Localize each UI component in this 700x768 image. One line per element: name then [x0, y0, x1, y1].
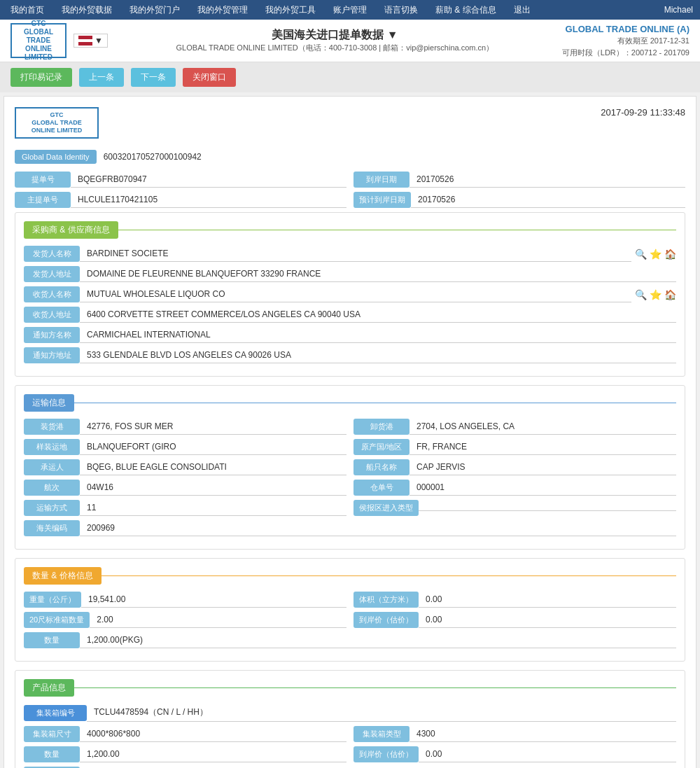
product-qty-row: 数量 1,200.00 到岸价（估价） 0.00 — [24, 746, 676, 762]
loading-place-label: 样装运地 — [24, 439, 80, 455]
nav-data[interactable]: 我的外贸载据 — [58, 4, 115, 16]
account-info: GLOBAL TRADE ONLINE (A) 有效期至 2017-12-31 … — [562, 24, 690, 58]
quantity-section-line — [102, 575, 676, 576]
top-toolbar: 打印易记录 上一条 下一条 关闭窗口 — [0, 62, 700, 92]
loading-place-value: BLANQUEFORT (GIRO — [80, 439, 346, 455]
close-button-top[interactable]: 关闭窗口 — [183, 68, 236, 87]
master-bill-col: 主提单号 HLCULE1170421105 — [15, 192, 346, 208]
product-section: 产品信息 集装箱编号 TCLU4478594（CN / L / HH） 集装箱尺… — [15, 670, 685, 768]
discharge-port-col: 卸货港 2704, LOS ANGELES, CA — [354, 419, 676, 435]
weight-col: 重量（公斤） 19,541.00 — [24, 592, 346, 608]
voyage-col: 航次 04W16 — [24, 480, 346, 496]
nav-language[interactable]: 语言切换 — [381, 4, 421, 16]
transport-mode-value: 11 — [80, 500, 346, 516]
nav-tools[interactable]: 我的外贸工具 — [262, 4, 319, 16]
discharge-port-value: 2704, LOS ANGELES, CA — [410, 419, 676, 435]
container-size-row: 集装箱尺寸 4000*806*800 集装箱类型 4300 — [24, 726, 676, 742]
container-20-col: 20尺标准箱数量 2.00 — [24, 612, 346, 628]
doc-logo: GTCGLOBAL TRADEONLINE LIMITED — [15, 107, 99, 139]
container-no-row: 集装箱编号 TCLU4478594（CN / L / HH） — [24, 704, 676, 722]
qty-label: 数量 — [24, 632, 80, 648]
arrival-price-label: 到岸价（估价） — [354, 612, 419, 628]
bill-no-col: 提单号 BQEGFRB070947 — [15, 172, 346, 188]
loading-place-col: 样装运地 BLANQUEFORT (GIRO — [24, 439, 346, 455]
carrier-value: BQEG, BLUE EAGLE CONSOLIDATI — [80, 459, 346, 475]
transport-mode-col: 运输方式 11 — [24, 500, 346, 516]
arrival-date-label: 到岸日期 — [354, 172, 410, 188]
flag-icon — [78, 36, 92, 46]
notify-name-label: 通知方名称 — [24, 327, 80, 343]
nav-home[interactable]: 我的首页 — [7, 4, 48, 16]
consignee-star-icon[interactable]: ⭐ — [650, 289, 662, 300]
ftz-value — [419, 505, 676, 511]
nav-help[interactable]: 薪助 & 综合信息 — [432, 4, 500, 16]
origin-value: FR, FRANCE — [410, 439, 676, 455]
volume-value: 0.00 — [419, 592, 676, 608]
page-subtitle: GLOBAL TRADE ONLINE LIMITED（电话：400-710-3… — [176, 43, 494, 53]
prev-button-top[interactable]: 上一条 — [79, 68, 124, 87]
notify-name-row: 通知方名称 CARMICHAEL INTERNATIONAL — [24, 327, 676, 343]
valid-date: 有效期至 2017-12-31 — [562, 36, 690, 46]
arrival-price-col: 到岸价（估价） 0.00 — [354, 612, 676, 628]
ftz-col: 侯报区进入类型 — [354, 500, 676, 516]
carrier-label: 承运人 — [24, 459, 80, 475]
print-button-top[interactable]: 打印易记录 — [10, 68, 72, 87]
bill-no-label: 提单号 — [15, 172, 71, 188]
container-no-value: TCLU4478594（CN / L / HH） — [87, 704, 676, 722]
supplier-title: 采购商 & 供应商信息 — [24, 221, 118, 239]
transport-title: 运输信息 — [24, 394, 74, 412]
loading-place-row: 样装运地 BLANQUEFORT (GIRO 原产国/地区 FR, FRANCE — [24, 439, 676, 455]
notify-addr-value: 533 GLENDALE BLVD LOS ANGELES CA 90026 U… — [80, 347, 676, 363]
global-id-value: 600320170527000100942 — [97, 149, 209, 165]
star-icon[interactable]: ⭐ — [650, 249, 662, 260]
est-arrival-value: 20170526 — [411, 192, 685, 208]
weight-row: 重量（公斤） 19,541.00 体积（立方米） 0.00 — [24, 592, 676, 608]
home-icon[interactable]: 🏠 — [664, 249, 676, 260]
global-id-label: Global Data Identity — [15, 150, 97, 164]
nav-portal[interactable]: 我的外贸门户 — [126, 4, 183, 16]
product-price-label: 到岸价（估价） — [354, 746, 419, 762]
vessel-label: 船只名称 — [354, 459, 410, 475]
consignee-name-row: 收货人名称 MUTUAL WHOLESALE LIQUOR CO 🔍 ⭐ 🏠 — [24, 286, 676, 302]
shipper-addr-label: 发货人地址 — [24, 266, 80, 282]
discharge-port-label: 卸货港 — [354, 419, 410, 435]
arrival-date-col: 到岸日期 20170526 — [354, 172, 685, 188]
customs-code-row: 海关编码 200969 — [24, 520, 676, 536]
arrival-price-value: 0.00 — [419, 612, 676, 628]
consignee-home-icon[interactable]: 🏠 — [664, 289, 676, 300]
nav-account[interactable]: 账户管理 — [330, 4, 370, 16]
transport-mode-row: 运输方式 11 侯报区进入类型 — [24, 500, 676, 516]
container-20-row: 20尺标准箱数量 2.00 到岸价（估价） 0.00 — [24, 612, 676, 628]
page-header: GTCGLOBAL TRADEONLINE LIMITED ▼ 美国海关进口提单… — [0, 20, 700, 62]
quantity-section-header: 数量 & 价格信息 — [24, 567, 676, 585]
bill-no-value: BQEGFRB070947 — [71, 172, 346, 188]
container-20-label: 20尺标准箱数量 — [24, 612, 90, 628]
master-bill-row: 主提单号 HLCULE1170421105 预计到岸日期 20170526 — [15, 192, 685, 208]
weight-value: 19,541.00 — [81, 592, 346, 608]
next-button-top[interactable]: 下一条 — [131, 68, 176, 87]
est-arrival-col: 预计到岸日期 20170526 — [354, 192, 685, 208]
nav-items: 我的首页 我的外贸载据 我的外贸门户 我的外贸管理 我的外贸工具 账户管理 语言… — [7, 4, 534, 16]
search-icon[interactable]: 🔍 — [635, 249, 647, 260]
container-type-label: 集装箱类型 — [354, 726, 410, 742]
vessel-col: 船只名称 CAP JERVIS — [354, 459, 676, 475]
global-id-row: Global Data Identity 6003201705270001009… — [15, 149, 685, 165]
arrival-date-value: 20170526 — [410, 172, 685, 188]
customs-code-value: 200969 — [80, 520, 676, 536]
language-selector[interactable]: ▼ — [74, 34, 108, 48]
notify-name-value: CARMICHAEL INTERNATIONAL — [80, 327, 676, 343]
container-20-value: 2.00 — [90, 612, 346, 628]
consignee-search-icon[interactable]: 🔍 — [635, 289, 647, 300]
volume-label: 体积（立方米） — [354, 592, 419, 608]
shipper-addr-value: DOMAINE DE FLEURENNE BLANQUEFORT 33290 F… — [80, 266, 676, 282]
consignee-name-label: 收货人名称 — [24, 286, 80, 302]
transport-section-header: 运输信息 — [24, 394, 676, 412]
master-bill-value: HLCULE1170421105 — [71, 192, 346, 208]
product-title: 产品信息 — [24, 679, 74, 697]
quantity-title: 数量 & 价格信息 — [24, 567, 102, 585]
nav-management[interactable]: 我的外贸管理 — [194, 4, 251, 16]
supplier-section-header: 采购商 & 供应商信息 — [24, 221, 676, 239]
nav-logout[interactable]: 退出 — [510, 4, 534, 16]
container-size-col: 集装箱尺寸 4000*806*800 — [24, 726, 346, 742]
shipper-icons: 🔍 ⭐ 🏠 — [635, 249, 676, 260]
